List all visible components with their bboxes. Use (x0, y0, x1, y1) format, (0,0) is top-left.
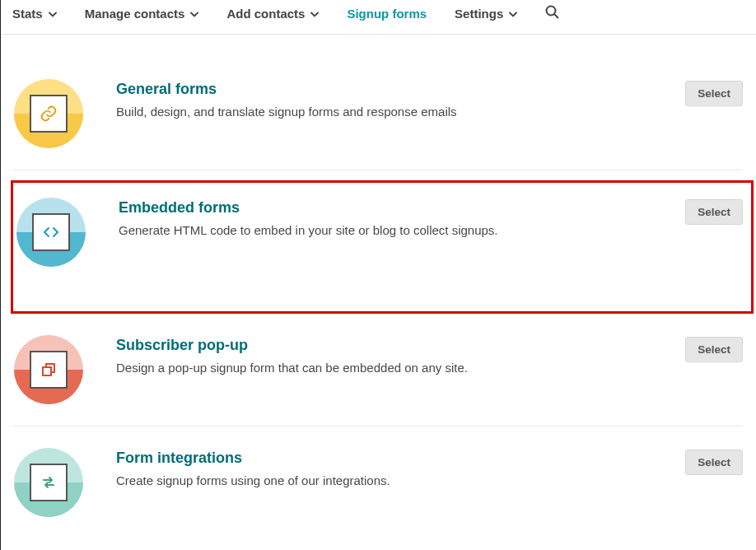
chevron-down-icon (310, 12, 319, 17)
select-button[interactable]: Select (685, 337, 743, 362)
card-desc: Generate HTML code to embed in your site… (119, 223, 685, 237)
nav-manage-contacts[interactable]: Manage contacts (85, 7, 199, 21)
chevron-down-icon (49, 12, 57, 17)
form-integrations-icon (14, 448, 83, 517)
svg-rect-3 (43, 367, 51, 375)
card-general-forms: General forms Build, design, and transla… (14, 35, 743, 170)
select-button[interactable]: Select (685, 450, 743, 475)
form-list: General forms Build, design, and transla… (1, 35, 756, 538)
code-icon (42, 226, 60, 239)
nav-signup-forms-label: Signup forms (347, 7, 427, 21)
card-title: General forms (116, 81, 685, 98)
subscriber-popup-icon (14, 335, 83, 404)
card-title: Form integrations (116, 450, 685, 467)
card-title: Subscriber pop-up (116, 337, 685, 354)
embedded-forms-icon (16, 198, 86, 267)
card-form-integrations: Form integrations Create signup forms us… (14, 426, 743, 538)
select-button[interactable]: Select (685, 199, 743, 225)
card-embedded-forms: Embedded forms Generate HTML code to emb… (11, 180, 754, 314)
card-desc: Create signup forms using one of our int… (116, 473, 685, 487)
top-nav: Stats Manage contacts Add contacts Signu… (1, 0, 756, 35)
card-title: Embedded forms (119, 199, 685, 217)
nav-stats[interactable]: Stats (12, 7, 57, 21)
nav-settings-label: Settings (455, 7, 503, 21)
arrows-icon (40, 474, 57, 491)
nav-stats-label: Stats (12, 7, 43, 21)
nav-signup-forms[interactable]: Signup forms (347, 7, 427, 21)
popup-icon (40, 361, 57, 378)
nav-manage-contacts-label: Manage contacts (85, 7, 185, 21)
card-desc: Build, design, and translate signup form… (116, 105, 685, 119)
svg-line-1 (554, 14, 558, 17)
chevron-down-icon (509, 12, 517, 17)
nav-add-contacts[interactable]: Add contacts (226, 7, 319, 21)
select-button[interactable]: Select (685, 81, 743, 106)
general-forms-icon (14, 79, 83, 148)
card-desc: Design a pop-up signup form that can be … (116, 361, 685, 375)
chevron-down-icon (190, 12, 198, 17)
link-icon (40, 105, 58, 123)
nav-settings[interactable]: Settings (455, 7, 517, 21)
search-icon[interactable] (545, 5, 559, 22)
card-subscriber-popup: Subscriber pop-up Design a pop-up signup… (14, 314, 743, 426)
nav-add-contacts-label: Add contacts (226, 7, 305, 21)
